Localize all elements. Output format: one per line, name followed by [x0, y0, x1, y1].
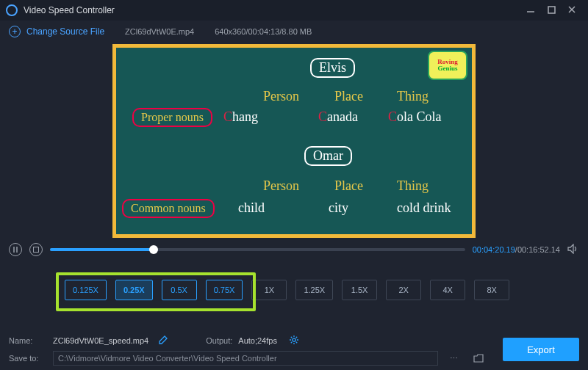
path-menu-button[interactable]: ⋯ — [444, 351, 463, 366]
play-pause-button[interactable] — [9, 243, 22, 256]
titlebar: Video Speed Controller — [0, 0, 588, 21]
current-time: 00:04:20.19 — [473, 245, 515, 254]
speed-05x-button[interactable]: 0.5X — [162, 280, 197, 300]
progress-knob[interactable] — [149, 245, 158, 254]
video-text: CChanghang — [223, 109, 258, 125]
video-text: Place — [334, 89, 363, 104]
video-preview-area: Roving Genius Elvis Person Place Thing P… — [0, 43, 588, 239]
output-panel: Name: ZCl69dVtW0E_speed.mp4 Output: Auto… — [0, 332, 588, 370]
video-text: Omar — [304, 146, 352, 166]
video-text: Canada — [318, 109, 358, 125]
speed-0125x-button[interactable]: 0.125X — [65, 280, 107, 300]
video-text: Cola Cola — [388, 109, 442, 125]
speed-125x-button[interactable]: 1.25X — [295, 280, 333, 300]
video-text: city — [329, 200, 348, 216]
source-meta: 640x360/00:04:13/8.80 MB — [215, 27, 312, 36]
video-frame[interactable]: Roving Genius Elvis Person Place Thing P… — [112, 44, 476, 238]
open-folder-button[interactable] — [469, 351, 488, 366]
export-button[interactable]: Export — [503, 338, 579, 361]
video-text: cold drink — [397, 200, 451, 216]
speed-1x-button[interactable]: 1X — [251, 280, 287, 300]
video-text: Common nouns — [122, 199, 215, 218]
video-text: Person — [263, 178, 299, 194]
output-settings-button[interactable] — [289, 335, 299, 347]
save-to-label: Save to: — [9, 354, 47, 363]
stop-button[interactable] — [29, 243, 43, 256]
app-title: Video Speed Controller — [24, 5, 115, 15]
video-text: Elvis — [310, 58, 355, 78]
close-button[interactable] — [562, 5, 582, 16]
progress-bar[interactable] — [50, 248, 465, 251]
output-label: Output: — [206, 336, 232, 345]
speed-8x-button[interactable]: 8X — [474, 280, 509, 300]
speed-4x-button[interactable]: 4X — [430, 280, 465, 300]
video-text: Place — [334, 178, 363, 194]
change-source-button[interactable]: + Change Source File — [9, 26, 104, 37]
save-path-field[interactable]: C:\Vidmore\Vidmore Video Converter\Video… — [53, 351, 438, 366]
video-text: Thing — [397, 89, 429, 104]
maximize-button[interactable] — [541, 5, 562, 16]
video-text: child — [238, 200, 265, 216]
speed-selector: 0.125X 0.25X 0.5X 0.75X 1X 1.25X 1.5X 2X… — [0, 260, 588, 320]
plus-icon: + — [9, 26, 21, 37]
file-info-bar: + Change Source File ZCl69dVtW0E.mp4 640… — [0, 21, 588, 43]
volume-icon[interactable] — [567, 244, 579, 256]
edit-name-button[interactable] — [159, 335, 168, 347]
name-label: Name: — [9, 336, 47, 345]
playback-controls: 00:04:20.19/00:16:52.14 — [0, 239, 588, 260]
source-filename: ZCl69dVtW0E.mp4 — [125, 27, 194, 36]
change-source-label: Change Source File — [26, 26, 104, 37]
video-text: Proper nouns — [132, 108, 212, 127]
speed-075x-button[interactable]: 0.75X — [206, 280, 243, 300]
speed-15x-button[interactable]: 1.5X — [342, 280, 377, 300]
progress-fill — [50, 248, 154, 251]
output-format: Auto;24fps — [238, 336, 277, 345]
app-logo-icon — [6, 4, 18, 16]
svg-rect-1 — [548, 7, 555, 13]
total-time: 00:16:52.14 — [517, 245, 560, 254]
minimize-button[interactable] — [520, 5, 541, 16]
video-text: Thing — [397, 178, 429, 194]
video-text: Person — [263, 89, 299, 104]
video-watermark: Roving Genius — [428, 51, 467, 80]
output-filename: ZCl69dVtW0E_speed.mp4 — [53, 336, 148, 345]
speed-025x-button[interactable]: 0.25X — [115, 280, 153, 300]
svg-point-6 — [293, 338, 295, 341]
time-display: 00:04:20.19/00:16:52.14 — [473, 245, 560, 254]
speed-2x-button[interactable]: 2X — [386, 280, 421, 300]
